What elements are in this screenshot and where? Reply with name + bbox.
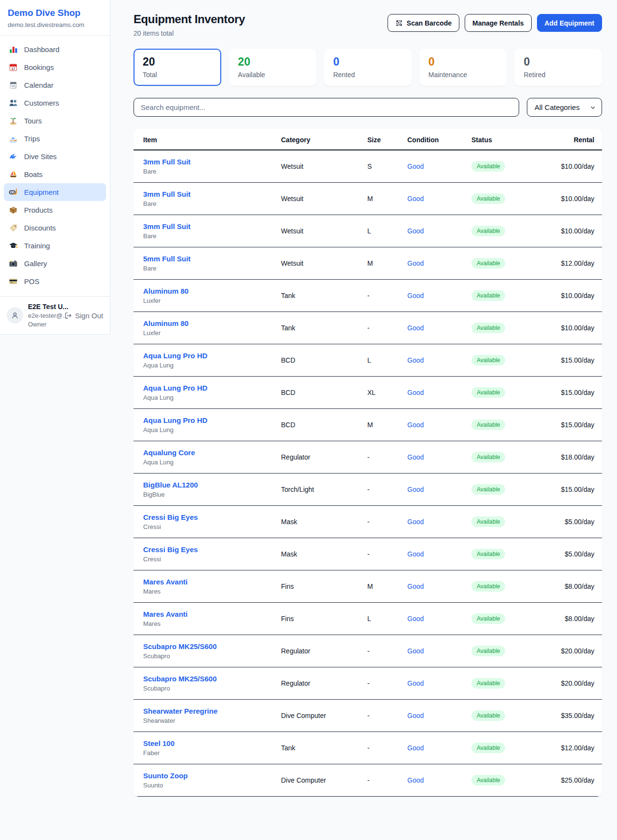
stat-value: 20 [238, 56, 308, 68]
item-condition-link[interactable]: Good [407, 356, 424, 364]
category-select-value: All Categories [535, 103, 579, 111]
sidebar-item-label: Bookings [24, 63, 54, 71]
item-rental-rate: $20.00/day [558, 667, 602, 700]
person-icon [10, 311, 20, 320]
stat-card[interactable]: 20 Total [134, 49, 221, 86]
item-condition-link[interactable]: Good [407, 292, 424, 299]
item-name-link[interactable]: 3mm Full Suit [143, 158, 190, 166]
item-condition-link[interactable]: Good [407, 324, 424, 332]
item-size: - [367, 732, 407, 764]
manage-rentals-button[interactable]: Manage Rentals [465, 14, 532, 32]
item-name-link[interactable]: Mares Avanti [143, 578, 188, 586]
item-name-link[interactable]: 3mm Full Suit [143, 222, 190, 230]
item-category: Regulator [281, 441, 367, 474]
item-size: S [367, 150, 407, 183]
item-size: L [367, 603, 407, 635]
search-input[interactable] [134, 98, 519, 117]
table-row: Scubapro MK25/S600 Scubapro Regulator - … [134, 635, 602, 667]
stat-value: 0 [429, 56, 498, 68]
item-condition-link[interactable]: Good [407, 776, 424, 784]
item-condition-link[interactable]: Good [407, 453, 424, 461]
item-condition-link[interactable]: Good [407, 744, 424, 752]
item-rental-rate: $10.00/day [558, 215, 602, 247]
sidebar-item-boats[interactable]: Boats [4, 165, 106, 183]
sidebar-item-customers[interactable]: Customers [4, 94, 106, 112]
item-name-link[interactable]: Scubapro MK25/S600 [143, 675, 217, 683]
pos-icon [9, 277, 18, 286]
item-name-link[interactable]: Aqualung Core [143, 448, 195, 457]
stat-card[interactable]: 0 Rented [324, 49, 412, 86]
item-name-link[interactable]: Cressi Big Eyes [143, 545, 198, 554]
stat-card[interactable]: 0 Maintenance [419, 49, 507, 86]
sidebar-item-products[interactable]: Products [4, 201, 106, 219]
status-badge: Available [471, 678, 505, 689]
item-condition-link[interactable]: Good [407, 195, 424, 203]
item-condition-link[interactable]: Good [407, 259, 424, 267]
item-name-link[interactable]: 3mm Full Suit [143, 190, 190, 198]
scan-barcode-button[interactable]: Scan Barcode [388, 14, 459, 32]
table-row: BigBlue AL1200 BigBlue Torch/Light - Goo… [134, 474, 602, 506]
brand-title[interactable]: Demo Dive Shop [8, 8, 102, 18]
column-header-rental: Rental [558, 129, 602, 150]
sidebar-item-calendar[interactable]: Calendar [4, 76, 106, 94]
stat-value: 0 [523, 56, 593, 68]
column-header-condition: Condition [407, 129, 471, 150]
item-rental-rate: $12.00/day [558, 732, 602, 764]
sidebar-item-pos[interactable]: POS [4, 272, 106, 290]
item-name-link[interactable]: Steel 100 [143, 739, 174, 747]
item-name-link[interactable]: Aqua Lung Pro HD [143, 416, 207, 424]
sidebar-item-tours[interactable]: Tours [4, 112, 106, 130]
item-name-link[interactable]: Aqua Lung Pro HD [143, 384, 207, 392]
item-name-link[interactable]: Shearwater Peregrine [143, 707, 217, 715]
equipment-table-card: Item Category Size Condition Status Rent… [134, 129, 602, 797]
item-condition-link[interactable]: Good [407, 647, 424, 655]
item-name-link[interactable]: Aluminum 80 [143, 319, 188, 327]
table-row: 3mm Full Suit Bare Wetsuit M Good Availa… [134, 183, 602, 215]
item-name-link[interactable]: Aqua Lung Pro HD [143, 352, 207, 360]
stat-card[interactable]: 0 Retired [514, 49, 602, 86]
item-condition-link[interactable]: Good [407, 389, 424, 396]
sidebar-item-bookings[interactable]: 17 Bookings [4, 58, 106, 76]
scan-barcode-icon [395, 19, 403, 27]
item-size: M [367, 183, 407, 215]
sidebar-item-dashboard[interactable]: Dashboard [4, 41, 106, 58]
item-condition-link[interactable]: Good [407, 518, 424, 526]
item-name-link[interactable]: Scubapro MK25/S600 [143, 642, 217, 650]
item-condition-link[interactable]: Good [407, 227, 424, 235]
sidebar-item-dive-sites[interactable]: Dive Sites [4, 148, 106, 165]
sidebar-item-discounts[interactable]: Discounts [4, 219, 106, 237]
sidebar-item-label: Dashboard [24, 45, 59, 54]
item-brand: Aqua Lung [143, 362, 281, 369]
sidebar-item-equipment[interactable]: Equipment [4, 183, 106, 201]
sidebar-item-training[interactable]: Training [4, 237, 106, 255]
sidebar-item-gallery[interactable]: Gallery [4, 255, 106, 272]
status-badge: Available [471, 387, 505, 398]
sidebar-item-trips[interactable]: Trips [4, 130, 106, 148]
item-condition-link[interactable]: Good [407, 163, 424, 170]
item-name-link[interactable]: Cressi Big Eyes [143, 513, 198, 521]
item-condition-link[interactable]: Good [407, 421, 424, 429]
user-name: E2E Test U... [28, 303, 59, 311]
item-condition-link[interactable]: Good [407, 679, 424, 687]
item-condition-link[interactable]: Good [407, 583, 424, 590]
item-name-link[interactable]: Suunto Zoop [143, 772, 188, 780]
tours-icon [9, 116, 18, 125]
item-name-link[interactable]: Mares Avanti [143, 610, 188, 618]
sign-out-button[interactable]: Sign Out [64, 312, 103, 320]
item-category: Dive Computer [281, 764, 367, 797]
status-badge: Available [471, 581, 505, 592]
item-condition-link[interactable]: Good [407, 550, 424, 558]
item-name-link[interactable]: 5mm Full Suit [143, 255, 190, 263]
category-select[interactable]: All Categories [527, 98, 602, 117]
item-condition-link[interactable]: Good [407, 615, 424, 623]
item-condition-link[interactable]: Good [407, 712, 424, 719]
add-equipment-button[interactable]: Add Equipment [537, 14, 602, 32]
table-header-row: Item Category Size Condition Status Rent… [134, 129, 602, 150]
user-role: Owner [28, 321, 59, 328]
item-name-link[interactable]: BigBlue AL1200 [143, 481, 198, 489]
item-condition-link[interactable]: Good [407, 486, 424, 493]
item-name-link[interactable]: Aluminum 80 [143, 287, 188, 295]
sidebar-item-label: Dive Sites [24, 152, 57, 161]
item-size: - [367, 280, 407, 312]
stat-card[interactable]: 20 Available [229, 49, 317, 86]
